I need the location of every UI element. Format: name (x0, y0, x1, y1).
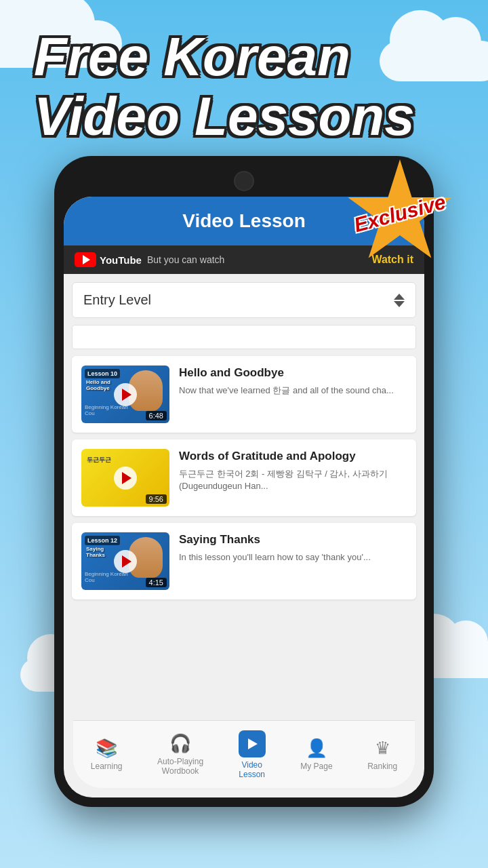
level-dropdown[interactable]: Entry Level (72, 282, 416, 318)
youtube-subtitle: But you can watch (147, 254, 224, 265)
video-title-0: Hello and Goodbye (179, 366, 407, 380)
play-triangle-0 (122, 389, 131, 401)
hero-text: Free Korean Video Lessons (34, 27, 415, 146)
video-play-button-1[interactable] (114, 467, 137, 490)
my-page-icon: 👤 (306, 738, 327, 759)
learning-icon: 📚 (96, 738, 117, 759)
nav-item-learning[interactable]: 📚 Learning (91, 738, 123, 771)
phone-camera (234, 171, 254, 191)
youtube-left: YouTube But you can watch (75, 252, 224, 267)
video-title-2: Saying Thanks (179, 532, 407, 547)
video-thumb-2: Lesson 12 SayingThanks Beginning Korean … (81, 532, 169, 590)
video-card-2[interactable]: Lesson 12 SayingThanks Beginning Korean … (72, 523, 416, 599)
nav-item-video-lesson[interactable]: VideoLesson (239, 730, 266, 779)
phone-screen: Video Lesson YouTube But you can watch W… (64, 197, 424, 797)
video-card-0[interactable]: Lesson 10 Hello andGoodbye Beginning Kor… (72, 356, 416, 433)
video-lesson-icon-bg (239, 730, 266, 757)
play-triangle-2 (122, 555, 131, 568)
nav-item-wordbook[interactable]: 🎧 Auto-PlayingWordbook (157, 733, 203, 776)
video-desc-2: In this lesson you'll learn how to say '… (179, 551, 407, 564)
bottom-navigation: 📚 Learning 🎧 Auto-PlayingWordbook VideoL… (73, 720, 415, 788)
nav-label-ranking: Ranking (367, 762, 397, 771)
screen-content: Video Lesson YouTube But you can watch W… (64, 197, 424, 730)
hero-title-line2: Video Lessons (34, 87, 415, 146)
exclusive-badge: Exclusive (346, 159, 454, 268)
youtube-play-icon (83, 255, 90, 264)
nav-label-wordbook: Auto-PlayingWordbook (157, 757, 203, 776)
video-info-0: Hello and Goodbye Now that we've learned… (179, 366, 407, 423)
video-duration-2: 4:15 (146, 578, 167, 587)
youtube-logo: YouTube (75, 252, 142, 267)
arrow-down-icon (394, 301, 405, 307)
wordbook-icon: 🎧 (169, 733, 191, 754)
video-desc-1: 두근두근 한국어 2회 - 제빵왕 김탁구 / 감사, 사과하기 (Dugeun… (179, 468, 407, 492)
video-play-button-2[interactable] (114, 550, 137, 573)
video-thumb-1: ···· 두근두근 9:56 (81, 449, 169, 507)
youtube-text: YouTube (100, 254, 142, 266)
video-duration-1: 9:56 (146, 494, 167, 504)
nav-label-my-page: My Page (300, 762, 332, 771)
video-title-1: Words of Gratitude and Apology (179, 449, 407, 464)
hero-title-line1: Free Korean (34, 27, 415, 87)
video-list: Lesson 10 Hello andGoodbye Beginning Kor… (72, 356, 416, 599)
nav-label-video-lesson: VideoLesson (239, 760, 265, 779)
play-triangle-1 (122, 472, 131, 484)
video-duration-0: 6:48 (146, 411, 167, 420)
youtube-icon (75, 252, 96, 267)
nav-label-learning: Learning (91, 762, 123, 771)
level-label: Entry Level (83, 292, 151, 308)
ranking-icon: ♛ (375, 738, 390, 759)
nav-item-my-page[interactable]: 👤 My Page (300, 738, 332, 771)
video-info-2: Saying Thanks In this lesson you'll lear… (179, 532, 407, 590)
nav-item-ranking[interactable]: ♛ Ranking (367, 738, 397, 771)
video-info-1: Words of Gratitude and Apology 두근두근 한국어 … (179, 449, 407, 507)
content-area: Entry Level Lesson 10 Hello andGoodbye (64, 274, 424, 614)
video-play-button-0[interactable] (114, 383, 137, 406)
video-thumb-0: Lesson 10 Hello andGoodbye Beginning Kor… (81, 366, 169, 423)
video-card-1[interactable]: ···· 두근두근 9:56 Words of Gratitude and Ap… (72, 439, 416, 516)
arrow-up-icon (394, 294, 405, 300)
video-lesson-icon (245, 736, 260, 751)
dropdown-arrows (394, 294, 405, 307)
video-desc-0: Now that we've learned 한글 and all of the… (179, 384, 407, 397)
svg-marker-0 (248, 738, 258, 749)
search-bar[interactable] (72, 325, 416, 349)
